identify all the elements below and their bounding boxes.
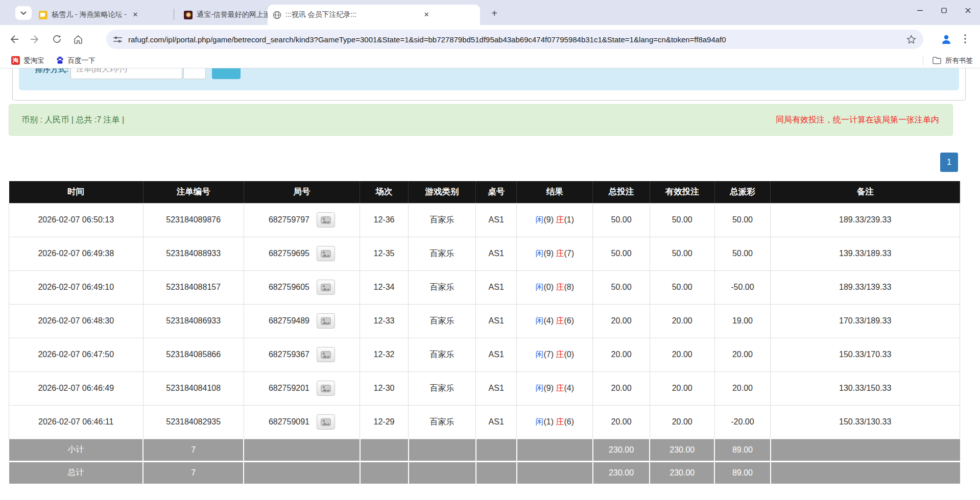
- page-1-button[interactable]: 1: [940, 153, 958, 172]
- cell-time: 2026-02-07 06:49:38: [9, 237, 144, 270]
- all-bookmarks[interactable]: 所有书签: [923, 56, 973, 65]
- round-video-button[interactable]: [317, 414, 335, 430]
- kebab-menu-icon: [964, 34, 966, 43]
- reload-button[interactable]: [49, 32, 64, 47]
- round-video-button[interactable]: [317, 280, 335, 295]
- all-bookmarks-label: 所有书签: [945, 56, 973, 65]
- address-bar[interactable]: rafugf.com/ipl/portal.php/game/betrecord…: [106, 30, 923, 49]
- round-video-button[interactable]: [317, 313, 335, 329]
- cell-session: 12-32: [360, 338, 409, 371]
- video-clip-icon: [321, 216, 331, 224]
- table-row: 2026-02-07 06:49:10523184088157682759605…: [9, 270, 960, 304]
- banker-score: (6): [564, 417, 574, 426]
- banker-score: (6): [564, 316, 574, 325]
- cell-game-type: 百家乐: [409, 203, 476, 237]
- tab-search-button[interactable]: [15, 6, 32, 20]
- cell-note: 150.33/170.33: [771, 338, 960, 371]
- player-score: (9): [543, 384, 554, 392]
- bookmark-baidu[interactable]: 百度一下: [56, 56, 95, 65]
- player-score: (1): [543, 417, 554, 426]
- cell-session: 12-29: [360, 405, 409, 439]
- round-video-button[interactable]: [317, 347, 335, 362]
- page-content: 排序方式: 注单(由大到小) 币别 : 人民币 | 总共 :7 注单 | 同局有…: [0, 68, 980, 500]
- banker-score: (0): [564, 350, 574, 359]
- cell-bet-id: 523184082935: [143, 405, 244, 439]
- search-button[interactable]: [212, 68, 241, 79]
- header-session: 场次: [360, 181, 409, 203]
- cell-round: 682759797: [244, 203, 360, 237]
- cell-time: 2026-02-07 06:50:13: [9, 203, 144, 237]
- round-video-button[interactable]: [317, 212, 335, 228]
- bookmark-taobao[interactable]: 淘 爱淘宝: [11, 56, 44, 65]
- forum-favicon-icon: [39, 11, 47, 19]
- cell-session: 12-30: [360, 371, 409, 405]
- browser-menu-button[interactable]: [959, 32, 972, 46]
- cell-result: 闲(4) 庄(6): [517, 304, 593, 338]
- cell-session: 12-34: [360, 270, 409, 304]
- site-info-icon: [113, 36, 122, 43]
- round-number: 682759605: [269, 283, 309, 292]
- cell-valid-bet: 50.00: [650, 270, 714, 304]
- tab-close-icon[interactable]: ✕: [131, 10, 140, 19]
- sort-select[interactable]: 注单(由大到小): [70, 68, 182, 79]
- cell-valid-bet: 50.00: [650, 203, 714, 237]
- back-icon: [9, 34, 19, 44]
- banker-score: (8): [564, 283, 574, 291]
- back-button[interactable]: [6, 32, 21, 47]
- cell-total-bet: 50.00: [593, 203, 650, 237]
- total-valid-bet: 230.00: [650, 461, 714, 484]
- round-video-button[interactable]: [317, 246, 335, 261]
- cell-bet-id: 523184088157: [143, 270, 244, 304]
- minimize-icon: [917, 8, 923, 13]
- sort-mini-box[interactable]: [183, 68, 206, 79]
- currency-summary-text: 币别 : 人民币 | 总共 :7 注单 |: [21, 115, 124, 126]
- cell-payout: -20.00: [714, 405, 771, 439]
- tab-close-icon[interactable]: ✕: [422, 10, 431, 19]
- cell-session: 12-36: [360, 203, 409, 237]
- reload-icon: [52, 34, 62, 44]
- minimize-button[interactable]: [908, 0, 932, 20]
- bookmark-star-button[interactable]: [906, 35, 916, 44]
- forward-button[interactable]: [28, 32, 43, 47]
- banker-label: 庄: [556, 215, 564, 224]
- cell-valid-bet: 20.00: [650, 304, 714, 338]
- tab-bet-record-active[interactable]: :::视讯 会员下注纪录::: ✕: [268, 5, 480, 25]
- round-number: 682759695: [269, 249, 309, 258]
- tab-title: 杨雪儿 - 海燕策略论坛 -: [52, 10, 127, 19]
- tab-forum[interactable]: 杨雪儿 - 海燕策略论坛 - ✕: [34, 5, 169, 25]
- cell-payout: 19.00: [714, 304, 771, 338]
- cell-round: 682759091: [244, 405, 360, 439]
- total-label: 总计: [9, 461, 144, 484]
- player-label: 闲: [535, 215, 543, 224]
- cell-total-bet: 50.00: [593, 237, 650, 270]
- cell-game-type: 百家乐: [409, 338, 476, 371]
- cell-game-type: 百家乐: [409, 405, 476, 439]
- maximize-button[interactable]: [932, 0, 956, 20]
- player-score: (9): [543, 249, 554, 258]
- close-window-button[interactable]: [956, 0, 980, 20]
- cell-result: 闲(9) 庄(7): [517, 237, 593, 270]
- cell-valid-bet: 50.00: [650, 237, 714, 270]
- subtotal-valid-bet: 230.00: [650, 439, 714, 461]
- profile-avatar[interactable]: [938, 31, 954, 47]
- video-clip-icon: [321, 284, 331, 291]
- sort-label: 排序方式:: [35, 68, 68, 74]
- video-clip-icon: [321, 418, 331, 426]
- banker-label: 庄: [556, 350, 564, 359]
- cell-round: 682759489: [244, 304, 360, 338]
- home-button[interactable]: [70, 32, 86, 47]
- player-score: (4): [543, 316, 554, 325]
- round-video-button[interactable]: [317, 381, 335, 396]
- table-row: 2026-02-07 06:46:11523184082935682759091…: [9, 405, 960, 439]
- player-score: (9): [543, 215, 554, 224]
- cell-note: 189.33/239.33: [771, 203, 960, 237]
- home-icon: [73, 34, 83, 44]
- cell-bet-id: 523184089876: [143, 203, 244, 237]
- cell-valid-bet: 20.00: [650, 371, 714, 405]
- cell-table: AS1: [476, 371, 517, 405]
- new-tab-button[interactable]: +: [488, 7, 501, 20]
- header-payout: 总派彩: [714, 181, 771, 203]
- header-result: 结果: [517, 181, 593, 203]
- banker-label: 庄: [556, 384, 564, 392]
- cell-total-bet: 20.00: [593, 338, 650, 371]
